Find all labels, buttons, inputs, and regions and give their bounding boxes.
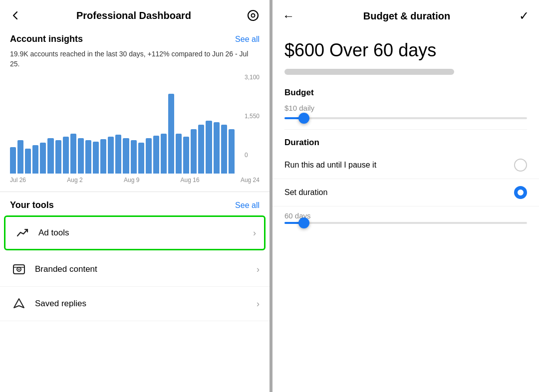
radio-option-set-duration[interactable]: Set duration [272, 179, 539, 206]
chart-bar-5 [47, 138, 53, 174]
saved-replies-icon [10, 295, 28, 313]
chart-bar-22 [176, 134, 182, 174]
x-label-2: Aug 9 [124, 177, 139, 184]
chart-bar-27 [214, 122, 220, 174]
ad-tools-label: Ad tools [38, 228, 253, 238]
svg-marker-6 [14, 299, 24, 308]
chart-bar-26 [206, 121, 212, 174]
chart-bar-14 [115, 135, 121, 174]
chart-bar-10 [85, 140, 91, 174]
chart-bar-24 [191, 129, 197, 174]
budget-value-label: $10 daily [272, 102, 539, 117]
ad-tools-chevron: › [253, 228, 256, 238]
chart-x-labels: Jul 26 Aug 2 Aug 9 Aug 16 Aug 24 [0, 174, 270, 189]
radio-duration-label: Set duration [284, 188, 327, 197]
duration-divider [284, 129, 527, 130]
days-value-label: 60 days [272, 206, 539, 222]
chart-bar-1 [17, 140, 23, 174]
right-title: Budget & duration [363, 10, 450, 22]
left-title: Professional Dashboard [76, 10, 191, 21]
x-label-3: Aug 16 [181, 177, 200, 184]
chart-bar-20 [161, 134, 167, 174]
insights-see-all[interactable]: See all [235, 35, 260, 44]
slider-thumb-bg [284, 69, 454, 75]
chart-bar-17 [138, 143, 144, 174]
budget-amount-display: $600 Over 60 days [272, 30, 539, 69]
tool-item-ad-tools[interactable]: Ad tools › [4, 215, 266, 250]
check-button[interactable]: ✓ [519, 9, 529, 23]
chart-bar-2 [25, 149, 31, 174]
chart-y-labels: 3,100 1,550 0 [245, 74, 260, 159]
duration-slider-container [272, 222, 539, 229]
right-back-button[interactable]: ← [282, 9, 294, 23]
chart-bar-18 [146, 138, 152, 174]
y-label-bot: 0 [245, 152, 260, 159]
x-label-4: Aug 24 [241, 177, 260, 184]
chart-bar-28 [221, 125, 227, 174]
chart-bar-12 [100, 139, 106, 174]
chart-bar-9 [78, 138, 84, 174]
duration-section-label: Duration [272, 135, 539, 152]
x-label-0: Jul 26 [10, 177, 26, 184]
chart-bar-21 [168, 94, 174, 174]
ad-tools-icon [13, 224, 31, 242]
chart-bar-7 [63, 137, 69, 174]
chart-bar-11 [93, 142, 99, 174]
insights-description: 19.9K accounts reached in the last 30 da… [0, 47, 270, 74]
tools-header: Your tools See all [0, 195, 270, 213]
chart-bar-15 [123, 138, 129, 174]
saved-replies-label: Saved replies [35, 299, 257, 309]
duration-slider-thumb[interactable] [298, 217, 309, 228]
tools-title: Your tools [10, 200, 54, 210]
chart-bar-29 [229, 129, 235, 174]
budget-slider-container [272, 117, 539, 129]
left-panel: Professional Dashboard Account insights … [0, 0, 270, 392]
radio-pause-label: Run this ad until I pause it [284, 161, 376, 170]
radio-option-pause[interactable]: Run this ad until I pause it [272, 152, 539, 179]
branded-content-label: Branded content [35, 264, 257, 274]
tools-see-all[interactable]: See all [235, 201, 260, 210]
chart-bar-13 [108, 137, 114, 174]
saved-replies-chevron: › [257, 299, 260, 309]
chart-bar-25 [198, 125, 204, 174]
branded-content-icon [10, 260, 28, 278]
chart-bar-23 [183, 137, 189, 174]
tool-item-saved-replies[interactable]: Saved replies › [0, 287, 270, 321]
chart-bar-8 [70, 134, 76, 174]
svg-point-1 [252, 14, 255, 17]
bar-chart: 3,100 1,550 0 [0, 74, 270, 174]
tool-item-branded-content[interactable]: Branded content › [0, 252, 270, 287]
radio-duration-circle[interactable] [514, 186, 527, 199]
chart-bar-3 [32, 145, 38, 174]
right-panel: ← Budget & duration ✓ $600 Over 60 days … [270, 0, 539, 392]
duration-slider-track[interactable] [284, 222, 527, 224]
chart-bars [10, 89, 260, 174]
budget-slider-thumb[interactable] [298, 113, 309, 124]
svg-point-0 [248, 10, 258, 20]
chart-bar-19 [153, 136, 159, 174]
chart-bar-4 [40, 143, 46, 174]
insights-title: Account insights [10, 34, 83, 44]
svg-point-4 [18, 269, 20, 270]
back-button[interactable] [10, 10, 21, 21]
y-label-top: 3,100 [245, 74, 260, 81]
x-label-1: Aug 2 [67, 177, 82, 184]
y-label-mid: 1,550 [245, 113, 260, 120]
chart-bar-16 [131, 140, 137, 174]
insights-header: Account insights See all [0, 29, 270, 47]
budget-slider-thumb-area [272, 69, 539, 75]
gear-button[interactable] [247, 9, 260, 22]
divider-1 [0, 192, 270, 192]
chart-bar-0 [10, 147, 16, 174]
radio-pause-circle[interactable] [514, 159, 527, 172]
branded-content-chevron: › [257, 264, 260, 275]
chart-bar-6 [55, 140, 61, 174]
budget-section-label: Budget [272, 85, 539, 102]
budget-slider-track[interactable] [284, 117, 527, 119]
right-header: ← Budget & duration ✓ [272, 0, 539, 30]
left-header: Professional Dashboard [0, 0, 270, 29]
